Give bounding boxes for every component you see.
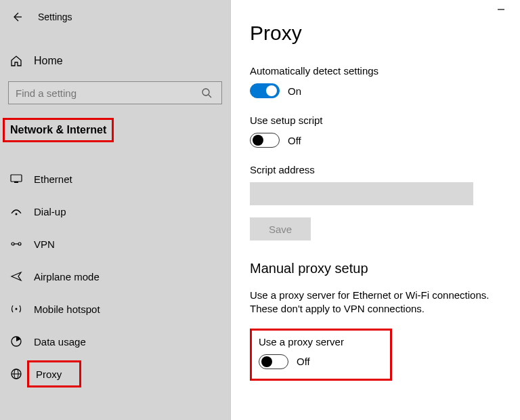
search-box[interactable] [8,81,222,104]
sidebar-item-label: VPN [34,238,55,250]
sidebar-item-label: Data usage [34,336,86,348]
manual-description: Use a proxy server for Ethernet or Wi-Fi… [250,289,507,316]
save-button[interactable]: Save [250,217,311,240]
use-proxy-toggle[interactable]: Off [259,354,310,369]
setup-script-toggle[interactable]: Off [250,133,301,148]
home-icon [9,54,23,68]
script-address-label: Script address [250,164,520,175]
svg-point-4 [16,213,18,215]
window-minimize-icon[interactable] [497,5,505,14]
sidebar-item-proxy[interactable]: Proxy [0,358,230,390]
sidebar-item-datausage[interactable]: Data usage [0,325,230,358]
auto-detect-toggle[interactable]: On [250,83,301,98]
hotspot-icon [9,302,23,316]
airplane-icon [9,270,23,283]
setup-script-row: Use setup script Off [250,114,520,150]
page-title: Proxy [250,22,520,45]
svg-point-8 [16,308,18,310]
manual-section-title: Manual proxy setup [250,261,520,276]
setup-script-label: Use setup script [250,114,520,126]
use-proxy-highlight: Use a proxy server Off [250,329,392,381]
datausage-icon [9,335,23,348]
category-network-internet[interactable]: Network & Internet [3,118,114,142]
svg-rect-2 [11,175,22,182]
sidebar: Settings Home Network & Internet Etherne… [0,0,230,420]
svg-point-5 [12,243,14,245]
svg-rect-3 [14,182,18,183]
auto-detect-row: Automatically detect settings On [250,65,520,101]
sidebar-nav: Ethernet Dial-up VPN Airplane mode Mobil [0,163,230,390]
script-address-row: Script address Save [250,164,520,240]
sidebar-item-hotspot[interactable]: Mobile hotspot [0,293,230,325]
script-address-input[interactable] [250,182,473,205]
search-input[interactable] [9,87,201,99]
home-label: Home [34,55,63,67]
sidebar-item-label: Ethernet [34,173,72,185]
svg-line-1 [209,95,211,98]
sidebar-item-label: Mobile hotspot [34,303,100,315]
ethernet-icon [9,172,23,186]
settings-title: Settings [38,12,72,22]
sidebar-item-label: Airplane mode [34,271,100,282]
sidebar-item-dialup[interactable]: Dial-up [0,195,230,228]
use-proxy-label: Use a proxy server [259,336,383,348]
toggle-state: Off [297,356,310,367]
auto-detect-label: Automatically detect settings [250,65,520,77]
main-panel: Proxy Automatically detect settings On U… [230,0,520,420]
sidebar-item-label: Dial-up [34,206,66,217]
back-arrow-icon[interactable] [9,9,24,24]
sidebar-home[interactable]: Home [0,47,230,75]
search-icon [201,87,221,98]
sidebar-item-vpn[interactable]: VPN [0,228,230,260]
sidebar-item-ethernet[interactable]: Ethernet [0,163,230,195]
svg-point-0 [202,89,209,96]
sidebar-item-airplane[interactable]: Airplane mode [0,260,230,293]
sidebar-header: Settings [0,0,230,34]
dialup-icon [9,205,23,218]
toggle-state: Off [288,135,301,146]
vpn-icon [9,237,23,251]
svg-point-6 [18,243,21,245]
toggle-state: On [288,85,301,97]
proxy-icon [9,367,23,381]
sidebar-item-label: Proxy [36,369,62,380]
